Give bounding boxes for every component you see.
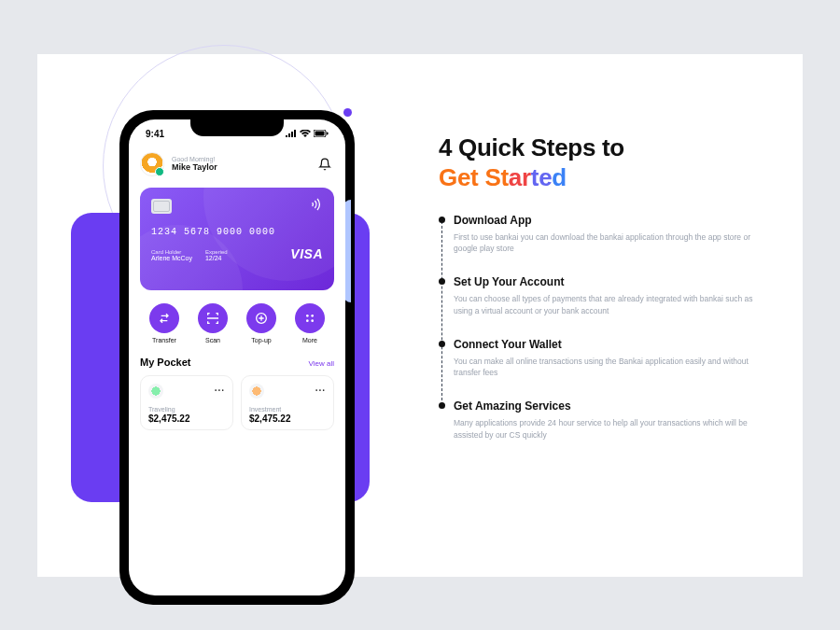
pocket-icon bbox=[249, 384, 264, 399]
quick-actions: Transfer Scan Top-up More bbox=[140, 303, 334, 343]
credit-card[interactable]: 1234 5678 9000 0000 Card Holder Arlene M… bbox=[140, 188, 334, 290]
svg-rect-2 bbox=[327, 133, 329, 135]
battery-icon bbox=[314, 130, 329, 137]
step-title: Get Amazing Services bbox=[454, 399, 756, 413]
avatar[interactable] bbox=[140, 152, 164, 176]
action-more[interactable]: More bbox=[287, 303, 332, 343]
action-label: More bbox=[287, 337, 332, 343]
steps-column: 4 Quick Steps to Get Started Download Ap… bbox=[411, 82, 756, 577]
greeting-block: Good Morning! Mike Taylor bbox=[172, 156, 217, 172]
pocket-more-button[interactable]: ··· bbox=[215, 385, 225, 396]
wifi-icon bbox=[300, 130, 311, 137]
card-expiry-value: 12/24 bbox=[205, 255, 228, 261]
pocket-viewall-link[interactable]: View all bbox=[309, 359, 334, 368]
svg-point-5 bbox=[311, 315, 314, 317]
svg-point-4 bbox=[306, 315, 309, 317]
card-holder: Card Holder Arlene McCoy bbox=[151, 249, 192, 261]
svg-rect-1 bbox=[315, 132, 325, 136]
svg-point-6 bbox=[306, 319, 309, 322]
contactless-icon bbox=[310, 197, 325, 216]
step-title: Connect Your Wallet bbox=[454, 338, 756, 351]
step-body: Many applications provide 24 hour servic… bbox=[454, 417, 756, 441]
pocket-more-button[interactable]: ··· bbox=[315, 385, 326, 396]
greeting-text: Good Morning! bbox=[172, 156, 217, 162]
title-line2: Get Started bbox=[439, 163, 567, 191]
step-body: You can choose all types of payments tha… bbox=[454, 293, 756, 317]
card-holder-value: Arlene McCoy bbox=[151, 255, 192, 261]
action-topup[interactable]: Top-up bbox=[239, 303, 284, 343]
landing-section: 9:41 Good Morning! Mike Taylor bbox=[37, 54, 803, 577]
status-time: 9:41 bbox=[146, 129, 164, 139]
pocket-amount: $2,475.22 bbox=[148, 413, 225, 424]
pocket-title: My Pocket bbox=[140, 357, 190, 368]
action-label: Top-up bbox=[239, 337, 284, 343]
pocket-header: My Pocket View all bbox=[140, 357, 334, 368]
app-header: Good Morning! Mike Taylor bbox=[140, 152, 334, 176]
action-label: Transfer bbox=[142, 337, 187, 343]
transfer-icon bbox=[157, 311, 172, 326]
step-item: Get Amazing Services Many applications p… bbox=[454, 399, 756, 441]
card-expiry-label: Experied bbox=[205, 249, 228, 255]
username-text: Mike Taylor bbox=[172, 162, 217, 172]
card-meta: Card Holder Arlene McCoy Experied 12/24 … bbox=[151, 246, 323, 261]
step-item: Download App First to use bankai you can… bbox=[454, 214, 756, 256]
card-number: 1234 5678 9000 0000 bbox=[151, 227, 323, 237]
pocket-label: Traveling bbox=[148, 406, 225, 413]
step-item: Set Up Your Account You can choose all t… bbox=[454, 275, 756, 317]
pocket-amount: $2,475.22 bbox=[249, 413, 326, 424]
step-body: First to use bankai you can download the… bbox=[454, 231, 756, 256]
phone-notch bbox=[190, 119, 284, 136]
notifications-button[interactable] bbox=[315, 155, 334, 174]
pocket-label: Investment bbox=[249, 406, 326, 413]
card-expiry: Experied 12/24 bbox=[205, 249, 228, 261]
action-transfer[interactable]: Transfer bbox=[142, 303, 187, 343]
action-label: Scan bbox=[190, 337, 235, 343]
steps-timeline: Download App First to use bankai you can… bbox=[439, 214, 756, 441]
card-brand: VISA bbox=[290, 246, 323, 261]
bell-icon bbox=[318, 158, 331, 171]
pocket-list: ··· Traveling $2,475.22 ··· Investment $… bbox=[140, 375, 334, 430]
cellular-icon bbox=[286, 130, 297, 137]
pocket-card[interactable]: ··· Traveling $2,475.22 bbox=[140, 375, 233, 430]
section-title: 4 Quick Steps to Get Started bbox=[439, 133, 756, 193]
step-title: Set Up Your Account bbox=[454, 275, 756, 288]
phone-screen: 9:41 Good Morning! Mike Taylor bbox=[129, 119, 345, 595]
scan-icon bbox=[205, 311, 220, 326]
svg-point-7 bbox=[311, 319, 314, 322]
card-chip-icon bbox=[151, 199, 172, 214]
pocket-card[interactable]: ··· Investment $2,475.22 bbox=[241, 375, 334, 430]
phone-frame: 9:41 Good Morning! Mike Taylor bbox=[119, 110, 355, 605]
topup-icon bbox=[254, 311, 269, 326]
action-scan[interactable]: Scan bbox=[190, 303, 235, 343]
step-item: Connect Your Wallet You can make all onl… bbox=[454, 338, 756, 380]
title-line1: 4 Quick Steps to bbox=[439, 133, 624, 161]
more-icon bbox=[302, 311, 317, 326]
step-title: Download App bbox=[454, 214, 756, 227]
phone-showcase: 9:41 Good Morning! Mike Taylor bbox=[75, 82, 411, 577]
card-holder-label: Card Holder bbox=[151, 249, 192, 255]
status-icons bbox=[286, 130, 329, 137]
pocket-icon bbox=[148, 384, 163, 399]
step-body: You can make all online transactions usi… bbox=[454, 356, 756, 380]
decorative-dot bbox=[343, 108, 352, 117]
